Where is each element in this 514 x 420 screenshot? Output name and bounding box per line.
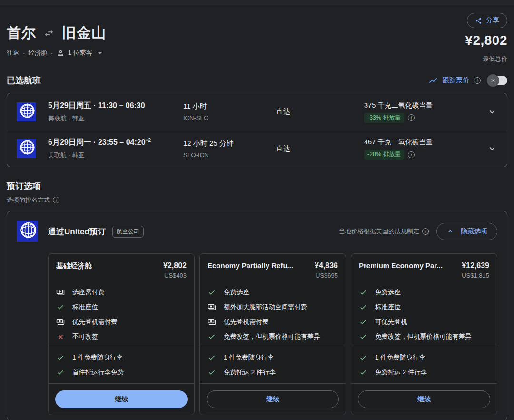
check-icon bbox=[359, 289, 367, 296]
fare-footer: 继续 bbox=[49, 383, 194, 415]
check-icon bbox=[208, 354, 216, 361]
fare-name: Premium Economy Par... bbox=[359, 261, 443, 279]
flight-airlines: 美联航 · 韩亚 bbox=[48, 151, 183, 160]
flight-emissions-block: 467 千克二氧化碳当量 -28% 排放量 i bbox=[364, 138, 476, 160]
toggle-thumb-x-icon bbox=[487, 74, 499, 87]
info-icon[interactable]: i bbox=[474, 77, 481, 84]
fare-feature-text: 优先登机需付费 bbox=[72, 318, 118, 326]
fare-feature-row: 免费选座 bbox=[359, 288, 489, 297]
fare-feature-row: 优先登机需付费 bbox=[56, 318, 187, 326]
track-prices-controls: 跟踪票价 i bbox=[428, 76, 507, 85]
check-icon bbox=[359, 303, 367, 311]
fare-feature-text: 免费改签，但机票价格可能有差异 bbox=[224, 332, 320, 341]
destination-city: 旧金山 bbox=[62, 23, 106, 43]
emissions-badge: -28% 排放量 bbox=[364, 150, 404, 160]
local-price-note-text: 当地价格根据美国的法规制定 bbox=[339, 227, 419, 236]
provider-right-controls: 当地价格根据美国的法规制定 i 隐藏选项 bbox=[339, 223, 497, 240]
flight-airlines: 美联航 · 韩亚 bbox=[48, 114, 183, 123]
fare-feature-text: 选座需付费 bbox=[72, 288, 105, 297]
person-icon bbox=[57, 49, 65, 57]
track-prices-toggle[interactable] bbox=[488, 76, 507, 85]
info-icon[interactable]: i bbox=[422, 228, 429, 235]
paid-icon bbox=[56, 288, 65, 297]
price-caption: 最低总价 bbox=[483, 55, 507, 63]
continue-button[interactable]: 继续 bbox=[55, 390, 188, 408]
chevron-down-icon[interactable] bbox=[98, 52, 102, 54]
info-icon[interactable]: i bbox=[408, 114, 415, 121]
flight-route: SFO-ICN bbox=[183, 151, 276, 159]
fare-feature-text: 免费选座 bbox=[375, 288, 401, 297]
fare-feature-text: 可优先登机 bbox=[375, 318, 407, 326]
booking-provider-card: 通过United预订 航空公司 当地价格根据美国的法规制定 i 隐藏选项 基础经… bbox=[7, 211, 507, 420]
local-price-note: 当地价格根据美国的法规制定 i bbox=[339, 227, 429, 236]
flight-stops: 直达 bbox=[276, 107, 364, 116]
fare-card-1: Economy Partially Refu...¥4,836US$695免费选… bbox=[199, 253, 346, 415]
top-toolbar-edge bbox=[0, 0, 514, 5]
fare-name: Economy Partially Refu... bbox=[208, 261, 293, 279]
fare-feature-row: 不可改签 bbox=[56, 332, 187, 341]
united-airlines-logo bbox=[17, 221, 38, 242]
fare-feature-text: 优先登机需付费 bbox=[224, 318, 269, 326]
header: 首尔 旧金山 往返 · 经济舱 · 1 位乘客 bbox=[7, 13, 507, 63]
fare-feature-text: 不可改签 bbox=[72, 332, 98, 341]
check-icon bbox=[56, 303, 65, 311]
fare-feature-row: 标准座位 bbox=[56, 303, 187, 311]
chevron-up-icon bbox=[446, 228, 454, 235]
flight-duration: 12 小时 25 分钟 bbox=[183, 139, 276, 148]
fare-feature-row: 额外加大腿部活动空间需付费 bbox=[208, 303, 338, 311]
fare-prices: ¥12,639US$1,815 bbox=[462, 261, 489, 279]
expand-flight-chevron-icon[interactable] bbox=[487, 143, 497, 154]
fare-feature-row: 免费改签，但机票价格可能有差异 bbox=[208, 332, 338, 341]
selected-flights-title: 已选航班 bbox=[7, 75, 41, 86]
fare-feature-text: 首件托运行李免费 bbox=[72, 368, 124, 377]
flight-route: ICN-SFO bbox=[183, 114, 276, 121]
hide-options-button[interactable]: 隐藏选项 bbox=[436, 223, 497, 240]
total-price: ¥2,802 bbox=[465, 33, 507, 48]
fare-features-list: 免费选座标准座位可优先登机免费改签，但机票价格可能有差异 bbox=[351, 279, 497, 346]
route-title: 首尔 旧金山 bbox=[7, 23, 106, 43]
fare-feature-text: 标准座位 bbox=[375, 303, 401, 311]
fare-feature-row: 免费托运 2 件行李 bbox=[208, 368, 338, 377]
check-icon bbox=[208, 333, 216, 340]
expand-flight-chevron-icon[interactable] bbox=[487, 107, 497, 117]
fare-feature-row: 优先登机需付费 bbox=[208, 318, 338, 326]
fare-feature-text: 1 件免费随身行李 bbox=[375, 353, 425, 362]
provider-row: 通过United预订 航空公司 当地价格根据美国的法规制定 i 隐藏选项 bbox=[17, 221, 497, 242]
cabin-label: 经济舱 bbox=[29, 49, 48, 57]
continue-button[interactable]: 继续 bbox=[207, 390, 339, 408]
flight-datetime: 5月29日周五 · 11:30 – 06:30 bbox=[48, 101, 183, 111]
fare-price-cny: ¥12,639 bbox=[462, 261, 489, 270]
flight-stops: 直达 bbox=[276, 144, 364, 153]
booking-options-title: 预订选项 bbox=[7, 180, 507, 192]
flight-emissions-block: 375 千克二氧化碳当量 -33% 排放量 i bbox=[364, 101, 476, 123]
fare-feature-text: 免费选座 bbox=[224, 288, 249, 297]
passenger-count-label: 1 位乘客 bbox=[68, 49, 93, 57]
continue-button[interactable]: 继续 bbox=[358, 390, 490, 408]
share-button[interactable]: 分享 bbox=[467, 13, 507, 28]
fare-price-usd: US$695 bbox=[315, 272, 338, 279]
fare-feature-row: 1 件免费随身行李 bbox=[56, 353, 187, 362]
flight-row-outbound[interactable]: 5月29日周五 · 11:30 – 06:30 美联航 · 韩亚 11 小时 I… bbox=[7, 93, 507, 130]
trip-meta[interactable]: 往返 · 经济舱 · 1 位乘客 bbox=[7, 49, 106, 57]
arrival-day-offset: +2 bbox=[146, 138, 151, 143]
swap-horiz-icon bbox=[44, 28, 54, 39]
fare-price-usd: US$1,815 bbox=[462, 272, 489, 279]
track-prices-label[interactable]: 跟踪票价 bbox=[443, 76, 469, 85]
fare-feature-row: 可优先登机 bbox=[359, 318, 489, 326]
selected-flights-list: 5月29日周五 · 11:30 – 06:30 美联航 · 韩亚 11 小时 I… bbox=[7, 93, 507, 167]
fare-price-cny: ¥4,836 bbox=[315, 261, 338, 270]
flight-datetime-text: 6月29日周一 · 23:55 – 04:20 bbox=[48, 138, 146, 146]
info-icon[interactable]: i bbox=[408, 151, 415, 158]
paid-icon bbox=[208, 303, 216, 311]
fare-prices: ¥4,836US$695 bbox=[315, 261, 338, 279]
fare-feature-text: 标准座位 bbox=[72, 303, 98, 311]
check-icon bbox=[208, 289, 216, 296]
fare-name: 基础经济舱 bbox=[56, 261, 92, 279]
separator-dot: · bbox=[51, 50, 53, 57]
fare-features-list: 免费选座额外加大腿部活动空间需付费优先登机需付费免费改签，但机票价格可能有差异 bbox=[200, 279, 346, 346]
check-icon bbox=[359, 318, 367, 326]
fare-price-cny: ¥2,802 bbox=[163, 261, 187, 270]
info-icon[interactable]: i bbox=[53, 197, 59, 203]
flight-row-return[interactable]: 6月29日周一 · 23:55 – 04:20+2 美联航 · 韩亚 12 小时… bbox=[7, 130, 507, 167]
fare-baggage-list: 1 件免费随身行李首件托运行李免费 bbox=[49, 346, 194, 383]
